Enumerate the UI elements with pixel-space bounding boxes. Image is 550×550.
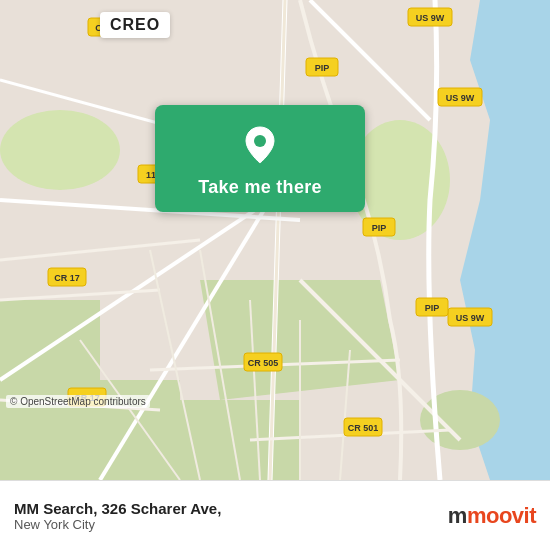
location-title: MM Search, 326 Scharer Ave, xyxy=(14,500,221,517)
svg-text:US 9W: US 9W xyxy=(416,13,445,23)
svg-text:PIP: PIP xyxy=(372,223,387,233)
svg-text:PIP: PIP xyxy=(425,303,440,313)
svg-text:US 9W: US 9W xyxy=(456,313,485,323)
bottom-bar: MM Search, 326 Scharer Ave, New York Cit… xyxy=(0,480,550,550)
svg-text:CR 505: CR 505 xyxy=(248,358,279,368)
take-me-there-card[interactable]: Take me there xyxy=(155,105,365,212)
map-attribution: © OpenStreetMap contributors xyxy=(6,395,150,408)
moovit-text: moovit xyxy=(467,503,536,528)
attribution-text: © OpenStreetMap contributors xyxy=(10,396,146,407)
map-svg: CR 20 US 9W US 9W US 9W PIP PIP PIP 11 C… xyxy=(0,0,550,480)
map-container: CR 20 US 9W US 9W US 9W PIP PIP PIP 11 C… xyxy=(0,0,550,480)
svg-text:US 9W: US 9W xyxy=(446,93,475,103)
svg-rect-3 xyxy=(0,300,100,400)
svg-point-6 xyxy=(0,110,120,190)
location-subtitle: New York City xyxy=(14,517,221,532)
take-me-there-button[interactable]: Take me there xyxy=(198,177,322,198)
moovit-logo-text: mmoovit xyxy=(448,503,536,529)
location-pin-icon xyxy=(238,123,282,167)
svg-text:CR 501: CR 501 xyxy=(348,423,379,433)
address-info: MM Search, 326 Scharer Ave, New York Cit… xyxy=(14,500,221,532)
svg-point-52 xyxy=(254,135,266,147)
moovit-logo: mmoovit xyxy=(448,503,536,529)
svg-text:CR 17: CR 17 xyxy=(54,273,80,283)
svg-text:PIP: PIP xyxy=(315,63,330,73)
creo-badge: CREO xyxy=(100,12,170,38)
creo-label: CREO xyxy=(110,16,160,33)
